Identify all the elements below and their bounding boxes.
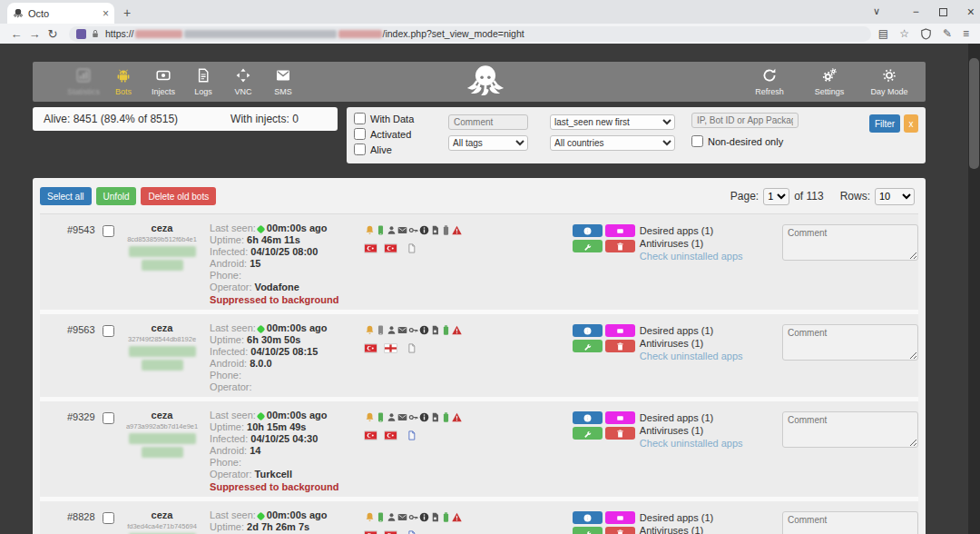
tab-close-icon[interactable]: ×: [103, 7, 109, 20]
bot-info-button[interactable]: [573, 511, 603, 524]
bot-select-checkbox[interactable]: [103, 225, 114, 237]
new-tab-button[interactable]: +: [119, 5, 135, 21]
warn-icon[interactable]: [452, 225, 462, 235]
battery-icon[interactable]: [441, 225, 451, 235]
reload-button[interactable]: ↻: [44, 27, 62, 41]
search-input[interactable]: [691, 113, 799, 128]
extension-badge-icon[interactable]: [76, 29, 86, 39]
sim-icon[interactable]: [430, 325, 440, 335]
nav-statistics[interactable]: Statistics: [64, 68, 103, 96]
sim-icon[interactable]: [430, 225, 440, 235]
bell-icon[interactable]: [365, 412, 375, 422]
delete-old-bots-button[interactable]: Delete old bots: [141, 187, 216, 205]
document-icon[interactable]: [407, 430, 416, 440]
minimize-button[interactable]: −: [913, 0, 919, 24]
document-icon[interactable]: [407, 243, 416, 253]
battery-icon[interactable]: [441, 512, 451, 522]
battery-icon[interactable]: [441, 412, 451, 422]
shield-icon[interactable]: [920, 28, 932, 40]
bell-icon[interactable]: [365, 225, 375, 235]
mail-icon[interactable]: [397, 412, 407, 422]
info-icon[interactable]: [419, 412, 429, 422]
nav-logs[interactable]: Logs: [183, 68, 223, 96]
bookmark-star-icon[interactable]: ☆: [899, 27, 909, 40]
key-icon[interactable]: [408, 412, 418, 422]
key-icon[interactable]: [408, 225, 418, 235]
select-all-button[interactable]: Select all: [40, 187, 92, 205]
url-bar[interactable]: https:// /index.php?set_view_mode=night: [69, 26, 871, 42]
bot-comment-textarea[interactable]: [782, 224, 918, 261]
bot-delete-button[interactable]: [605, 340, 635, 352]
info-icon[interactable]: [419, 225, 429, 235]
scrollbar-thumb[interactable]: [969, 58, 979, 169]
with-data-checkbox[interactable]: [354, 113, 366, 124]
back-button[interactable]: ←: [7, 27, 25, 41]
comment-filter-input[interactable]: [448, 114, 528, 130]
edit-pen-icon[interactable]: ✎: [943, 27, 952, 40]
battery-icon[interactable]: [441, 325, 451, 335]
phone-icon[interactable]: [376, 225, 386, 235]
bell-icon[interactable]: [365, 325, 375, 335]
sim-icon[interactable]: [430, 412, 440, 422]
document-icon[interactable]: [407, 343, 416, 353]
person-icon[interactable]: [387, 512, 397, 522]
activated-checkbox[interactable]: [354, 128, 366, 140]
bot-select-checkbox[interactable]: [103, 325, 114, 337]
rows-select[interactable]: 10: [875, 188, 915, 205]
tags-select[interactable]: All tags: [448, 135, 528, 151]
info-icon[interactable]: [419, 325, 429, 335]
nav-day-mode[interactable]: Day Mode: [866, 68, 913, 96]
warn-icon[interactable]: [452, 512, 462, 522]
bot-commands-button[interactable]: [573, 427, 603, 440]
reading-list-icon[interactable]: ▤: [878, 27, 888, 40]
bot-commands-button[interactable]: [573, 340, 603, 352]
restore-button[interactable]: [939, 8, 947, 16]
sim-icon[interactable]: [430, 512, 440, 522]
bot-apps-button[interactable]: [605, 324, 635, 337]
bot-delete-button[interactable]: [605, 427, 635, 440]
tab-search-chevron-icon[interactable]: ∨: [873, 0, 880, 24]
filter-activated[interactable]: Activated: [354, 128, 437, 140]
menu-icon[interactable]: ≡: [963, 27, 969, 40]
bot-apps-button[interactable]: [605, 224, 635, 237]
unfold-button[interactable]: Unfold: [96, 187, 137, 205]
person-icon[interactable]: [387, 412, 397, 422]
page-scrollbar[interactable]: [968, 44, 980, 534]
warn-icon[interactable]: [452, 412, 462, 422]
phone-icon[interactable]: [376, 412, 386, 422]
phone-icon[interactable]: [376, 325, 386, 335]
document-icon[interactable]: [407, 530, 416, 534]
bot-comment-textarea[interactable]: [782, 511, 918, 534]
mail-icon[interactable]: [397, 325, 407, 335]
bot-info-button[interactable]: [573, 224, 603, 237]
page-select[interactable]: 1: [763, 188, 789, 205]
person-icon[interactable]: [387, 325, 397, 335]
bot-comment-textarea[interactable]: [782, 411, 918, 448]
nav-vnc[interactable]: VNC: [223, 68, 263, 96]
check-uninstalled-apps-link[interactable]: Check uninstalled apps: [640, 437, 773, 450]
filter-non-desired[interactable]: Non-desired only: [691, 135, 799, 147]
bot-select-checkbox[interactable]: [103, 412, 114, 424]
bell-icon[interactable]: [365, 512, 375, 522]
non-desired-checkbox[interactable]: [691, 135, 703, 147]
bot-apps-button[interactable]: [605, 511, 635, 524]
sort-select[interactable]: last_seen new first: [550, 114, 675, 130]
bot-commands-button[interactable]: [573, 240, 603, 252]
browser-tab[interactable]: Octo ×: [7, 3, 114, 24]
filter-button[interactable]: Filter: [869, 114, 900, 133]
bot-delete-button[interactable]: [605, 527, 635, 534]
phone-icon[interactable]: [376, 512, 386, 522]
key-icon[interactable]: [408, 512, 418, 522]
close-window-button[interactable]: ×: [967, 0, 975, 24]
nav-injects[interactable]: Injects: [143, 68, 183, 96]
check-uninstalled-apps-link[interactable]: Check uninstalled apps: [640, 250, 773, 262]
countries-select[interactable]: All countries: [550, 135, 675, 151]
info-icon[interactable]: [419, 512, 429, 522]
mail-icon[interactable]: [397, 225, 407, 235]
forward-button[interactable]: →: [25, 27, 44, 41]
check-uninstalled-apps-link[interactable]: Check uninstalled apps: [640, 350, 773, 362]
bot-delete-button[interactable]: [605, 240, 635, 252]
bot-select-checkbox[interactable]: [103, 512, 114, 524]
bot-comment-textarea[interactable]: [782, 324, 918, 361]
nav-settings[interactable]: Settings: [806, 68, 853, 96]
